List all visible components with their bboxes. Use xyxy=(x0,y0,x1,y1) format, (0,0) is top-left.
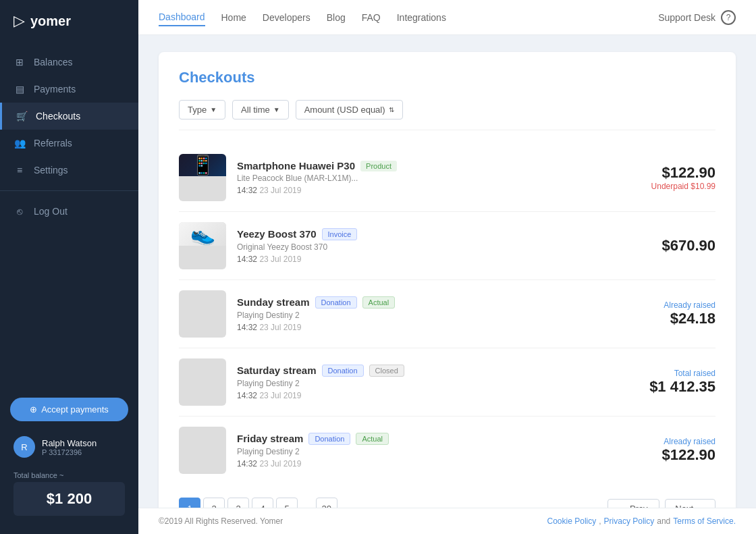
table-row[interactable]: Sunday stream Donation Actual Playing De… xyxy=(179,280,716,348)
item-amount: Already raised $24.18 xyxy=(664,300,716,327)
cookie-policy-link[interactable]: Cookie Policy xyxy=(547,516,597,526)
filter-amount-label: Amount (USD equal) xyxy=(304,105,385,115)
page-numbers: 1 2 3 4 5 ... 20 xyxy=(179,498,338,508)
sidebar-item-payments[interactable]: ▤ Payments xyxy=(0,76,138,103)
item-info: Sunday stream Donation Actual Playing De… xyxy=(237,296,653,332)
item-subtitle: Playing Destiny 2 xyxy=(237,447,651,456)
sidebar-item-referrals[interactable]: 👥 Referrals xyxy=(0,130,138,157)
pagination: 1 2 3 4 5 ... 20 ← Prev. Next → xyxy=(179,487,716,508)
accept-payments-button[interactable]: ⊕ Accept payments xyxy=(10,398,128,421)
badge-actual: Actual xyxy=(362,296,396,309)
content-area: Checkouts Type ▼ All time ▼ Amount (USD … xyxy=(138,35,756,508)
table-row[interactable]: Friday stream Donation Actual Playing De… xyxy=(179,417,716,484)
item-info: Saturday stream Donation Closed Playing … xyxy=(237,365,639,400)
plus-icon: ⊕ xyxy=(30,404,37,415)
topnav-faq[interactable]: FAQ xyxy=(362,9,381,26)
topnav-right: Support Desk ? xyxy=(658,10,736,25)
topnav-developers[interactable]: Developers xyxy=(263,9,310,26)
item-time: 14:32 xyxy=(237,391,257,400)
topnav-dashboard[interactable]: Dashboard xyxy=(159,9,205,26)
sidebar-nav: ⊞ Balances ▤ Payments 🛒 Checkouts 👥 Refe… xyxy=(0,42,138,383)
item-name: Saturday stream xyxy=(237,365,317,376)
item-info: Friday stream Donation Actual Playing De… xyxy=(237,433,651,469)
user-id: P 33172396 xyxy=(42,448,97,456)
amount-label: Total raised xyxy=(649,369,716,378)
sidebar: ▷ yomer ⊞ Balances ▤ Payments 🛒 Checkout… xyxy=(0,0,138,534)
avatar: R xyxy=(14,436,35,458)
item-thumbnail xyxy=(179,427,226,474)
avatar-initial: R xyxy=(21,442,27,452)
filter-amount[interactable]: Amount (USD equal) ⇅ xyxy=(296,100,403,119)
page-btn-3[interactable]: 3 xyxy=(227,498,249,508)
checkout-list: 📱 Smartphone Huawei P30 Product Lite Pea… xyxy=(179,144,716,484)
item-name: Yeezy Boost 370 xyxy=(237,228,317,240)
sidebar-item-checkouts[interactable]: 🛒 Checkouts xyxy=(0,103,138,130)
item-thumbnail: 👟 xyxy=(179,222,226,269)
page-btn-last[interactable]: 20 xyxy=(316,498,338,508)
prev-button[interactable]: ← Prev. xyxy=(608,499,659,508)
copyright: ©2019 All Rights Reserved. Yomer xyxy=(159,516,283,526)
user-name: Ralph Watson xyxy=(42,438,97,448)
page-btn-4[interactable]: 4 xyxy=(252,498,273,508)
topnav-integrations[interactable]: Integrations xyxy=(397,9,446,26)
filters-bar: Type ▼ All time ▼ Amount (USD equal) ⇅ xyxy=(179,100,716,130)
filter-time[interactable]: All time ▼ xyxy=(232,100,289,119)
sidebar-item-referrals-label: Referrals xyxy=(34,138,72,149)
filter-amount-arrow: ⇅ xyxy=(389,106,394,113)
terms-link[interactable]: Terms of Service. xyxy=(673,516,736,526)
topnav-home[interactable]: Home xyxy=(221,9,246,26)
amount-value: $1 412.35 xyxy=(649,378,716,396)
logout-icon: ⎋ xyxy=(14,205,26,217)
item-amount: Already raised $122.90 xyxy=(662,437,716,464)
balance-amount: $1 200 xyxy=(14,482,125,516)
filter-time-arrow: ▼ xyxy=(273,106,280,113)
privacy-policy-link[interactable]: Privacy Policy xyxy=(604,516,655,526)
topnav-blog[interactable]: Blog xyxy=(327,9,346,26)
shoe-thumbnail: 👟 xyxy=(179,222,226,246)
payments-icon: ▤ xyxy=(14,83,26,95)
item-date-text: 23 Jul 2019 xyxy=(259,255,301,264)
table-row[interactable]: 📱 Smartphone Huawei P30 Product Lite Pea… xyxy=(179,144,716,212)
sidebar-item-settings-label: Settings xyxy=(34,165,68,176)
item-name: Smartphone Huawei P30 xyxy=(237,160,355,171)
sidebar-logo: ▷ yomer xyxy=(0,0,138,42)
topnav: Dashboard Home Developers Blog FAQ Integ… xyxy=(138,0,756,35)
phone-thumbnail: 📱 xyxy=(179,154,226,176)
amount-value: $24.18 xyxy=(664,310,716,327)
footer: ©2019 All Rights Reserved. Yomer Cookie … xyxy=(138,508,756,534)
item-header: Sunday stream Donation Actual xyxy=(237,296,653,309)
logo-text: yomer xyxy=(30,14,71,29)
footer-and: and xyxy=(657,516,670,526)
page-btn-5[interactable]: 5 xyxy=(276,498,298,508)
filter-type[interactable]: Type ▼ xyxy=(179,100,225,119)
sidebar-item-settings[interactable]: ≡ Settings xyxy=(0,157,138,184)
item-date-text: 23 Jul 2019 xyxy=(259,391,301,400)
item-date: 14:32 23 Jul 2019 xyxy=(237,459,651,469)
item-header: Friday stream Donation Actual xyxy=(237,433,651,445)
page-btn-2[interactable]: 2 xyxy=(203,498,225,508)
badge-donation: Donation xyxy=(315,296,357,309)
settings-icon: ≡ xyxy=(14,164,26,176)
sidebar-item-logout[interactable]: ⎋ Log Out xyxy=(0,198,138,225)
amount-value: $122.90 xyxy=(662,446,716,464)
amount-value: $122.90 xyxy=(651,164,716,182)
item-date: 14:32 23 Jul 2019 xyxy=(237,391,639,400)
next-button[interactable]: Next → xyxy=(665,499,716,508)
item-amount: $122.90 Underpaid $10.99 xyxy=(651,164,716,191)
table-row[interactable]: Saturday stream Donation Closed Playing … xyxy=(179,348,716,417)
item-amount: $670.90 xyxy=(662,237,716,255)
sidebar-item-balances[interactable]: ⊞ Balances xyxy=(0,49,138,76)
sidebar-item-checkouts-label: Checkouts xyxy=(36,111,80,122)
checkouts-card: Checkouts Type ▼ All time ▼ Amount (USD … xyxy=(159,52,736,508)
page-btn-1[interactable]: 1 xyxy=(179,498,200,508)
support-desk-link[interactable]: Support Desk xyxy=(658,12,716,23)
badge-closed: Closed xyxy=(369,365,404,377)
item-time: 14:32 xyxy=(237,459,257,469)
item-subtitle: Playing Destiny 2 xyxy=(237,379,639,388)
item-amount: Total raised $1 412.35 xyxy=(649,369,716,396)
table-row[interactable]: 👟 Yeezy Boost 370 Invoice Original Yeezy… xyxy=(179,212,716,280)
badge-invoice: Invoice xyxy=(322,228,358,240)
checkouts-icon: 🛒 xyxy=(16,110,28,122)
sidebar-item-balances-label: Balances xyxy=(34,57,73,68)
balance-label: Total balance ~ xyxy=(14,471,125,479)
